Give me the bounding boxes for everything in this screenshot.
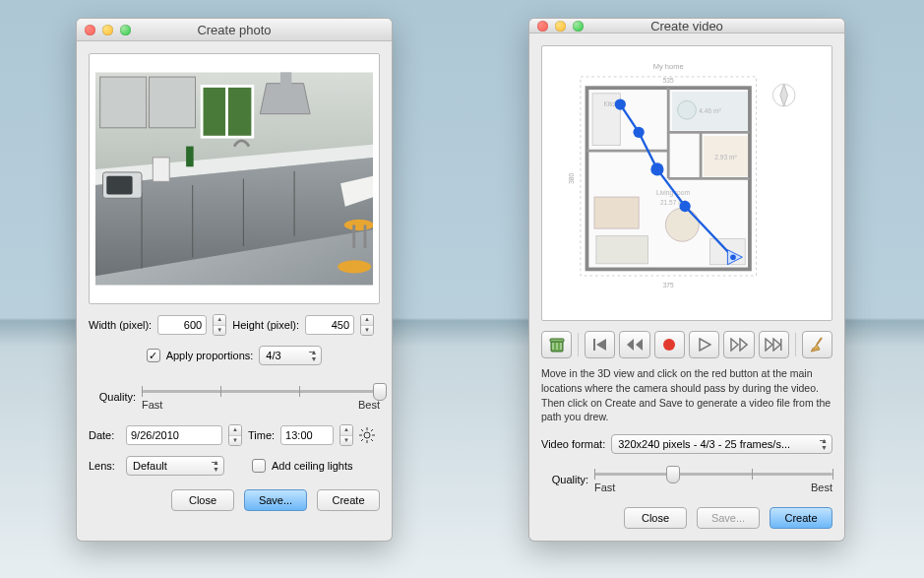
skip-end-icon <box>765 338 782 352</box>
quality-fast-label: Fast <box>142 399 162 411</box>
create-button[interactable]: Create <box>317 489 380 511</box>
svg-marker-68 <box>627 339 634 351</box>
svg-rect-17 <box>153 158 169 181</box>
titlebar[interactable]: Create photo <box>77 19 392 41</box>
svg-text:2.93 m²: 2.93 m² <box>714 155 737 161</box>
svg-rect-49 <box>594 197 639 228</box>
ratio-select[interactable]: 4/3 ▲▼ <box>259 346 322 365</box>
time-label: Time: <box>248 429 275 441</box>
svg-rect-66 <box>593 339 595 351</box>
svg-marker-72 <box>731 339 738 351</box>
width-input[interactable] <box>157 315 207 335</box>
close-button[interactable]: Close <box>624 507 687 529</box>
svg-text:My home: My home <box>653 63 684 72</box>
lens-select[interactable]: Default ▲▼ <box>126 456 224 476</box>
svg-marker-71 <box>700 339 710 351</box>
delete-button[interactable] <box>541 331 572 358</box>
record-icon <box>661 337 677 353</box>
svg-point-59 <box>633 127 644 138</box>
close-window-icon[interactable] <box>85 25 95 35</box>
create-button[interactable]: Create <box>770 507 832 529</box>
width-stepper[interactable]: ▲▼ <box>213 314 226 336</box>
time-stepper[interactable]: ▲▼ <box>339 424 353 446</box>
svg-marker-69 <box>636 339 643 351</box>
trash-icon <box>548 336 566 353</box>
svg-text:375: 375 <box>663 282 674 289</box>
broom-button[interactable] <box>802 331 832 358</box>
ceiling-lights-label: Add ceiling lights <box>272 460 353 472</box>
apply-proportions-label: Apply proportions: <box>166 350 254 361</box>
date-stepper[interactable]: ▲▼ <box>228 424 242 446</box>
svg-rect-5 <box>100 77 147 128</box>
forward-icon <box>730 338 748 352</box>
play-icon <box>698 338 711 352</box>
quality-slider[interactable] <box>142 383 380 399</box>
play-button[interactable] <box>689 331 719 358</box>
svg-point-51 <box>665 209 699 242</box>
svg-rect-20 <box>352 225 355 249</box>
plan-preview[interactable]: My home 535 380 375 <box>541 45 832 321</box>
skip-start-button[interactable] <box>585 331 615 358</box>
svg-line-77 <box>817 338 822 345</box>
titlebar[interactable]: Create video <box>529 19 844 33</box>
quality-label: Quality: <box>541 474 588 485</box>
floor-plan-icon: My home 535 380 375 <box>548 52 826 314</box>
svg-line-32 <box>361 439 363 441</box>
quality-slider[interactable] <box>594 466 832 482</box>
svg-point-70 <box>663 339 675 351</box>
photo-preview <box>89 53 380 304</box>
rewind-icon <box>626 338 644 352</box>
svg-point-19 <box>344 220 373 230</box>
forward-button[interactable] <box>723 331 754 358</box>
sun-icon[interactable] <box>359 427 375 443</box>
video-format-label: Video format: <box>541 438 605 450</box>
date-input[interactable] <box>126 425 222 445</box>
svg-rect-76 <box>780 339 782 351</box>
save-button[interactable]: Save... <box>244 489 307 511</box>
skip-start-icon <box>592 338 608 352</box>
svg-marker-74 <box>766 339 772 351</box>
video-format-select[interactable]: 320x240 pixels - 4/3 - 25 frames/s... ▲▼ <box>611 434 832 454</box>
kitchen-render-icon <box>95 60 373 297</box>
height-stepper[interactable]: ▲▼ <box>360 314 374 336</box>
lens-label: Lens: <box>89 460 120 472</box>
svg-marker-73 <box>740 339 747 351</box>
svg-rect-8 <box>280 72 291 85</box>
close-window-icon[interactable] <box>537 21 548 32</box>
svg-line-30 <box>371 439 373 441</box>
ceiling-lights-checkbox[interactable] <box>252 459 266 473</box>
svg-point-60 <box>650 163 663 176</box>
record-button[interactable] <box>654 331 685 358</box>
svg-text:535: 535 <box>663 78 674 85</box>
quality-fast-label: Fast <box>594 482 615 493</box>
save-button[interactable]: Save... <box>697 507 760 529</box>
svg-rect-50 <box>596 236 648 264</box>
zoom-window-icon[interactable] <box>120 25 131 35</box>
quality-label: Quality: <box>89 391 136 403</box>
minimize-window-icon[interactable] <box>102 25 113 35</box>
time-input[interactable] <box>280 425 334 445</box>
svg-text:4.46 m²: 4.46 m² <box>699 108 721 115</box>
svg-marker-67 <box>596 339 606 351</box>
width-label: Width (pixel): <box>89 319 152 331</box>
instruction-text: Move in the 3D view and click on the red… <box>541 366 832 424</box>
svg-rect-6 <box>150 77 196 128</box>
close-button[interactable]: Close <box>171 489 234 511</box>
rewind-button[interactable] <box>619 331 649 358</box>
create-video-window: Create video My home 535 380 375 <box>528 18 845 542</box>
height-label: Height (pixel): <box>232 319 299 331</box>
minimize-window-icon[interactable] <box>555 21 566 32</box>
svg-rect-21 <box>364 225 367 249</box>
svg-text:380: 380 <box>568 173 575 184</box>
date-label: Date: <box>89 429 120 441</box>
svg-point-24 <box>364 432 370 438</box>
broom-icon <box>808 336 826 353</box>
zoom-window-icon[interactable] <box>573 21 584 32</box>
svg-point-63 <box>730 255 736 261</box>
create-photo-window: Create photo <box>76 18 393 542</box>
height-input[interactable] <box>305 315 354 335</box>
apply-proportions-checkbox[interactable]: ✓ <box>147 349 160 362</box>
svg-rect-16 <box>106 176 132 195</box>
svg-marker-7 <box>260 84 310 114</box>
skip-end-button[interactable] <box>759 331 789 358</box>
